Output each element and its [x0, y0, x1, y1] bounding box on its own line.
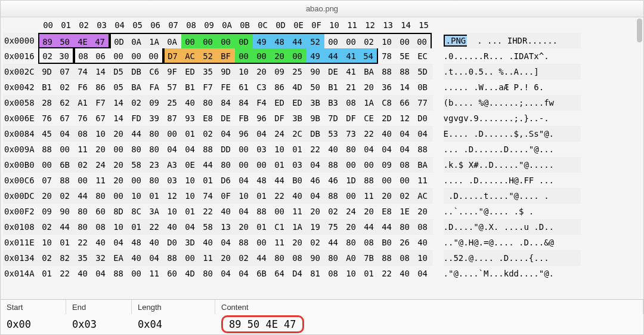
byte-cell[interactable]: 04 [235, 266, 253, 281]
byte-cell[interactable]: 30 [56, 48, 74, 64]
byte-cell[interactable]: AC [414, 188, 432, 204]
byte-cell[interactable]: 08 [74, 126, 92, 142]
byte-cell[interactable]: 00 [253, 157, 271, 173]
byte-cell[interactable]: 7B [360, 250, 378, 266]
byte-cell[interactable]: 12 [163, 188, 181, 204]
byte-cell[interactable]: 00 [128, 173, 145, 188]
byte-rows[interactable]: 89504E470D0A1A0A0000000D4948445200000210… [38, 33, 433, 281]
byte-cell[interactable]: 80 [396, 219, 414, 235]
byte-cell[interactable]: 04 [181, 219, 199, 235]
byte-cell[interactable]: DB [128, 64, 145, 79]
byte-cell[interactable]: 35 [74, 250, 92, 266]
byte-cell[interactable]: 00 [324, 33, 342, 48]
byte-cell[interactable]: 78 [378, 48, 396, 64]
byte-cell[interactable]: 08 [289, 250, 306, 266]
byte-cell[interactable]: 01 [253, 188, 271, 204]
byte-cell[interactable]: 88 [396, 64, 414, 79]
byte-cell[interactable]: DF [342, 110, 360, 126]
byte-cell[interactable]: 00 [235, 48, 253, 64]
byte-cell[interactable]: C8 [378, 95, 396, 110]
byte-cell[interactable]: 22 [56, 266, 74, 281]
byte-cell[interactable]: 03 [253, 142, 271, 157]
byte-cell[interactable]: 44 [360, 219, 378, 235]
byte-cell[interactable]: 10 [378, 33, 396, 48]
byte-cell[interactable]: 25 [289, 64, 306, 79]
byte-cell[interactable]: 22 [74, 235, 92, 250]
byte-cell[interactable]: 40 [145, 235, 163, 250]
byte-cell[interactable]: 0D [110, 33, 128, 48]
byte-cell[interactable]: 5D [414, 64, 432, 79]
byte-cell[interactable]: 04 [396, 126, 414, 142]
value-content[interactable]: 89 50 4E 47 [221, 315, 304, 333]
byte-cell[interactable]: 40 [74, 266, 92, 281]
byte-cell[interactable]: 00 [378, 173, 396, 188]
title-bar[interactable]: abao.png [1, 1, 643, 17]
byte-cell[interactable]: 10 [271, 142, 289, 157]
byte-cell[interactable]: 45 [38, 126, 56, 142]
scrollbar-thumb[interactable] [637, 19, 642, 42]
byte-row[interactable]: 02448008100122400458132001C11A1975204444… [38, 219, 433, 235]
byte-cell[interactable]: 9D [217, 64, 235, 79]
byte-cell[interactable]: D0 [414, 110, 432, 126]
byte-cell[interactable]: 40 [181, 95, 199, 110]
byte-cell[interactable]: 4D [289, 79, 306, 95]
byte-cell[interactable]: B1 [38, 79, 56, 95]
byte-cell[interactable]: 20 [253, 64, 271, 79]
byte-cell[interactable]: 11 [92, 173, 110, 188]
byte-cell[interactable]: 76 [38, 110, 56, 126]
byte-cell[interactable]: 24 [271, 126, 289, 142]
byte-cell[interactable]: 3B [306, 95, 324, 110]
byte-cell[interactable]: 44 [271, 173, 289, 188]
byte-cell[interactable]: 04 [92, 266, 110, 281]
byte-cell[interactable]: 20 [342, 219, 360, 235]
byte-cell[interactable]: 40 [92, 235, 110, 250]
byte-cell[interactable]: 88 [253, 204, 271, 219]
byte-cell[interactable]: 01 [253, 219, 271, 235]
byte-cell[interactable]: 74 [199, 188, 217, 204]
byte-cell[interactable]: 80 [217, 157, 235, 173]
byte-cell[interactable]: 44 [324, 48, 342, 64]
byte-cell[interactable]: 3A [145, 204, 163, 219]
byte-cell[interactable]: 00 [110, 142, 128, 157]
byte-cell[interactable]: 14 [396, 79, 414, 95]
byte-cell[interactable]: 90 [306, 250, 324, 266]
byte-cell[interactable]: 11 [271, 235, 289, 250]
byte-cell[interactable]: D0 [163, 235, 181, 250]
byte-cell[interactable]: 36 [378, 79, 396, 95]
byte-row[interactable]: 02823532EA400488001120024480089080A07B88… [38, 250, 433, 266]
byte-cell[interactable]: 00 [342, 188, 360, 204]
byte-row[interactable]: 88001120008080040488DD000310012240800404… [38, 142, 433, 157]
byte-cell[interactable]: 02 [74, 157, 92, 173]
byte-cell[interactable]: 00 [253, 235, 271, 250]
byte-cell[interactable]: 22 [271, 188, 289, 204]
byte-cell[interactable]: 1D [342, 173, 360, 188]
byte-cell[interactable]: 00 [396, 33, 414, 48]
byte-cell[interactable]: 01 [181, 126, 199, 142]
byte-cell[interactable]: 02 [56, 79, 74, 95]
byte-cell[interactable]: 00 [217, 33, 235, 48]
byte-cell[interactable]: 11 [145, 266, 163, 281]
byte-cell[interactable]: 02 [396, 188, 414, 204]
byte-cell[interactable]: 67 [56, 110, 74, 126]
byte-cell[interactable]: 48 [253, 173, 271, 188]
byte-cell[interactable]: DD [217, 142, 235, 157]
byte-cell[interactable]: 20 [360, 204, 378, 219]
byte-cell[interactable]: 90 [56, 204, 74, 219]
byte-cell[interactable]: 01 [271, 157, 289, 173]
byte-cell[interactable]: 02 [360, 33, 378, 48]
byte-cell[interactable]: 5E [396, 48, 414, 64]
byte-cell[interactable]: 11 [414, 173, 432, 188]
byte-cell[interactable]: 44 [128, 126, 145, 142]
byte-cell[interactable]: F6 [74, 79, 92, 95]
byte-cell[interactable]: 00 [414, 33, 432, 48]
byte-cell[interactable]: 49 [253, 33, 271, 48]
byte-cell[interactable]: ED [181, 64, 199, 79]
byte-cell[interactable]: 4E [74, 33, 92, 48]
byte-row[interactable]: B102F68605BAFA57B1F7FE61C3864D50B1212036… [38, 79, 433, 95]
byte-row[interactable]: 45040810204480000102049604242CDB53732240… [38, 126, 433, 142]
byte-cell[interactable]: 54 [360, 48, 378, 64]
byte-cell[interactable]: 80 [271, 250, 289, 266]
byte-row[interactable]: 200244800010011210740F100122400488001120… [38, 188, 433, 204]
byte-cell[interactable]: 88 [414, 142, 432, 157]
byte-cell[interactable]: 9B [306, 110, 324, 126]
